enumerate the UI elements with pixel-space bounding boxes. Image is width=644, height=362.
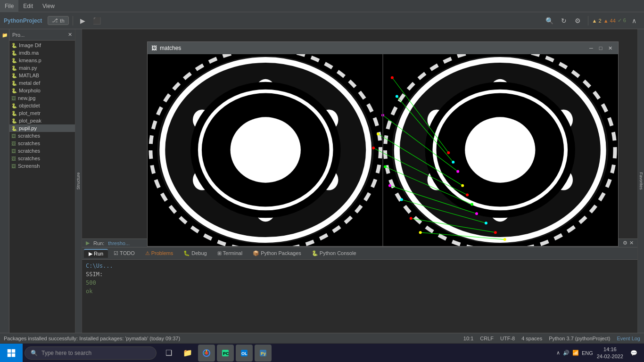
tab-terminal[interactable]: ⊞ Terminal <box>213 249 247 257</box>
system-clock[interactable]: 14:16 24-02-2022 <box>597 346 623 360</box>
branch-selector[interactable]: ⎇ th <box>48 16 68 25</box>
menu-view[interactable]: View <box>38 0 59 12</box>
run-config-name[interactable]: thresho... <box>108 240 130 246</box>
tree-item-scratches4[interactable]: 🖼 scratches <box>9 155 75 162</box>
settings-btn[interactable]: ⚙ <box>572 15 584 27</box>
ok-badge[interactable]: ✓ 6 <box>618 17 626 24</box>
tray-expand-icon[interactable]: ∧ <box>556 350 560 356</box>
maximize-button[interactable]: □ <box>596 44 605 52</box>
menu-file[interactable]: File <box>0 0 18 12</box>
warnings-badge[interactable]: ▲ 2 <box>592 18 602 24</box>
svg-point-13 <box>231 117 301 182</box>
outlook-btn[interactable]: OL <box>236 345 253 362</box>
tree-item-plotmetr[interactable]: 🐍 plot_metr <box>9 109 75 117</box>
svg-point-55 <box>485 222 487 224</box>
status-message: Packages installed successfully: Install… <box>4 336 463 341</box>
errors-badge[interactable]: ▲ 44 <box>603 18 616 24</box>
py-icon: 🐍 <box>11 58 17 63</box>
chrome-btn[interactable] <box>198 345 215 362</box>
sidebar-project-icon[interactable]: 📁 <box>1 31 8 39</box>
run-play-btn[interactable]: ▶ <box>86 240 90 246</box>
settings-icon[interactable]: ⚙ <box>623 240 627 246</box>
chevron-up-icon[interactable]: ∧ <box>628 15 640 27</box>
start-button[interactable] <box>0 344 23 362</box>
tree-item-objectdet[interactable]: 🐍 objectdet <box>9 102 75 109</box>
toolbar-right: 🔍 ↻ ⚙ ▲ 2 ▲ 44 ✓ 6 ∧ <box>544 15 640 27</box>
clock-date: 24-02-2022 <box>597 353 623 360</box>
branch-name: th <box>60 18 64 24</box>
encoding[interactable]: UTF-8 <box>500 336 515 341</box>
tree-item-imagedif[interactable]: 🐍 Image Dif <box>9 41 75 49</box>
tab-problems[interactable]: ⚠ Problems <box>140 249 178 257</box>
indent-setting[interactable]: 4 spaces <box>521 336 542 341</box>
img-icon: 🖼 <box>11 133 16 139</box>
bottom-console-content: C:\Us... SSIM: 500 ok <box>82 260 637 333</box>
search-btn[interactable]: 🔍 <box>544 15 556 27</box>
favorites-label: Favorites <box>639 172 644 189</box>
svg-point-49 <box>452 161 454 164</box>
refresh-btn[interactable]: ↻ <box>558 15 570 27</box>
minimize-button[interactable]: ─ <box>587 44 595 52</box>
line-separator[interactable]: CRLF <box>480 336 494 341</box>
close-button[interactable]: ✕ <box>606 44 614 52</box>
svg-rect-61 <box>8 353 11 357</box>
tree-item-pupil[interactable]: 🐍 pupil.py <box>9 124 75 132</box>
console-line-500: 500 <box>86 279 634 287</box>
tree-item-imdb[interactable]: 🐍 imdb.ma <box>9 49 75 57</box>
file-explorer-btn[interactable]: 📁 <box>179 345 196 362</box>
tree-item-morpholo[interactable]: 🐍 Morpholo <box>9 87 75 94</box>
windows-logo-icon <box>7 349 16 357</box>
pycharm-btn[interactable]: PC <box>217 345 234 362</box>
svg-text:PC: PC <box>223 351 229 356</box>
tree-item-newjpg[interactable]: 🖼 new.jpg <box>9 94 75 102</box>
event-log-btn[interactable]: Event Log <box>617 336 640 341</box>
svg-point-57 <box>504 238 506 241</box>
network-icon[interactable]: 📶 <box>572 350 579 356</box>
notification-button[interactable]: 💬 <box>627 346 640 360</box>
matches-image-area <box>148 54 618 246</box>
gear-visualization <box>148 54 618 246</box>
project-collapse-btn[interactable]: ✕ <box>68 32 72 38</box>
language-indicator[interactable]: ENG <box>582 350 593 356</box>
taskbar-search-box[interactable]: 🔍 Type here to search <box>25 346 157 360</box>
matches-titlebar: 🖼 matches ─ □ ✕ <box>148 42 618 54</box>
close-icon[interactable]: ✕ <box>629 240 634 246</box>
tree-item-matlab[interactable]: 🐍 MATLAB <box>9 72 75 79</box>
tree-item-label: imdb.ma <box>19 50 39 56</box>
matches-window: 🖼 matches ─ □ ✕ <box>147 41 619 247</box>
tree-item-scratches3[interactable]: 🖼 scratches <box>9 147 75 155</box>
menu-edit[interactable]: Edit <box>18 0 38 12</box>
tree-item-label: MATLAB <box>19 73 39 78</box>
tree-item-plotpeak[interactable]: 🐍 plot_peak <box>9 117 75 124</box>
tab-python-console[interactable]: 🐍 Python Console <box>307 249 361 257</box>
tree-item-scratches1[interactable]: 🖼 scratches <box>9 132 75 140</box>
volume-icon[interactable]: 🔊 <box>563 350 570 356</box>
tree-item-label: scratches <box>18 156 40 161</box>
svg-text:Py: Py <box>261 351 266 356</box>
project-panel-header: Pro... ✕ <box>9 29 75 41</box>
console-line-ok: ok <box>86 287 634 296</box>
tree-item-screenshot[interactable]: 🖼 Screensh <box>9 162 75 170</box>
tab-python-packages[interactable]: 📦 Python Packages <box>248 249 306 257</box>
python-btn[interactable]: Py <box>255 345 272 362</box>
favorites-panel[interactable]: Favorites <box>637 29 644 333</box>
tab-run[interactable]: ▶ Run <box>84 249 108 258</box>
tree-item-scratches2[interactable]: 🖼 scratches <box>9 140 75 147</box>
tree-item-kmeans[interactable]: 🐍 kmeans.p <box>9 57 75 64</box>
structure-panel[interactable]: Structure <box>75 29 82 333</box>
branch-icon: ⎇ <box>52 17 58 24</box>
project-panel: Pro... ✕ 🐍 Image Dif 🐍 imdb.ma 🐍 kmeans.… <box>9 29 75 333</box>
svg-point-50 <box>456 170 459 173</box>
cursor-position[interactable]: 10:1 <box>463 336 473 341</box>
run-button[interactable]: ▶ <box>77 15 89 27</box>
py-icon: 🐍 <box>11 50 17 56</box>
task-view-btn[interactable]: ❑ <box>160 345 177 362</box>
tab-debug[interactable]: 🐛 Debug <box>179 249 211 257</box>
tab-todo[interactable]: ☑ TODO <box>109 249 139 257</box>
taskbar-quick-icons: ❑ 📁 PC OL Py <box>160 345 272 362</box>
stop-button[interactable]: ⬛ <box>91 15 103 27</box>
toolbar: PythonProject ⎇ th ▶ ⬛ 🔍 ↻ ⚙ ▲ 2 ▲ 44 ✓ … <box>0 12 644 29</box>
tree-item-main[interactable]: 🐍 main.py <box>9 64 75 72</box>
python-version[interactable]: Python 3.7 (pythonProject) <box>549 336 610 341</box>
tree-item-metaldef[interactable]: 🐍 metal def <box>9 79 75 87</box>
